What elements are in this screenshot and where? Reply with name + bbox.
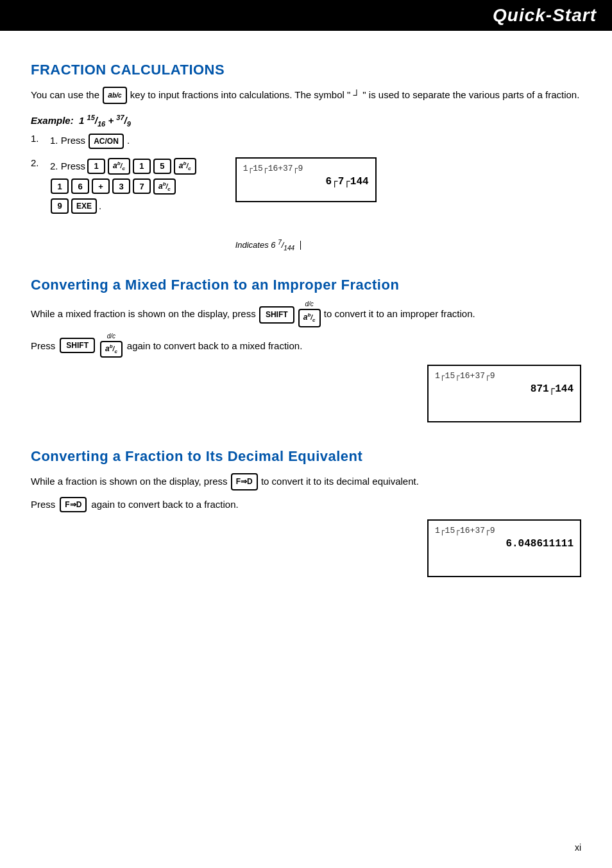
step1-num: 1.	[31, 133, 50, 144]
display-box-2: 1┌15┌16+37┌9 871┌144	[427, 365, 581, 422]
step2-row2: 1 6 + 3 7 ab/c	[50, 178, 197, 195]
abc-key-inline: ab/c	[103, 87, 126, 104]
step1: 1. 1. Press AC/ON .	[31, 133, 581, 150]
step2: 2. 2. Press 1 ab/c 1 5 ab/c 1 6	[31, 157, 581, 251]
key-5: 5	[153, 159, 171, 174]
display-box-1: 1┌15┌16+37┌9 6┌7┌144	[235, 157, 377, 202]
step2-row3: 9 EXE .	[50, 198, 197, 214]
mixed-section: Converting a Mixed Fraction to an Improp…	[31, 277, 581, 422]
decimal-display-area: 1┌15┌16+37┌9 6.048611111	[31, 519, 581, 577]
step2-num: 2.	[31, 157, 50, 168]
display-box-3: 1┌15┌16+37┌9 6.048611111	[427, 519, 581, 577]
step2-content: 2. Press 1 ab/c 1 5 ab/c 1 6 + 3 7 ab/c	[50, 157, 377, 251]
page-number: xi	[575, 842, 581, 853]
indicates-area: Indicates 6 7/144	[235, 206, 377, 251]
step2-keys: 2. Press 1 ab/c 1 5 ab/c 1 6 + 3 7 ab/c	[50, 157, 197, 214]
mixed-section-title: Converting a Mixed Fraction to an Improp…	[31, 277, 581, 293]
key-abc3: ab/c	[153, 178, 176, 195]
key-abc1: ab/c	[108, 158, 130, 174]
shift-key-2: SHIFT	[60, 338, 95, 353]
ac-on-key: AC/ON	[89, 134, 124, 149]
indicates-text: Indicates 6 7/144	[235, 238, 301, 251]
decimal-section-title: Converting a Fraction to Its Decimal Equ…	[31, 448, 581, 465]
display-top-2: 1┌15┌16+37┌9	[435, 371, 574, 381]
abc-key-dc2: d/c ab/c	[99, 333, 123, 358]
decimal-section: Converting a Fraction to Its Decimal Equ…	[31, 448, 581, 577]
decimal-body: While a fraction is shown on the display…	[31, 473, 581, 491]
display-area-1: 1┌15┌16+37┌9 6┌7┌144 Indicates 6 7/144	[235, 157, 377, 251]
key-plus: +	[92, 178, 110, 194]
fwd-key-1: F⇒D	[231, 473, 258, 490]
decimal-press-line: Press F⇒D again to convert back to a fra…	[31, 496, 581, 513]
display-result-3: 6.048611111	[435, 538, 574, 550]
display-top-1: 1┌15┌16+37┌9	[243, 164, 369, 173]
mixed-body: While a mixed fraction is shown on the d…	[31, 301, 581, 328]
mixed-press-line: Press SHIFT d/c ab/c again to convert ba…	[31, 333, 581, 358]
display-result-1: 6┌7┌144	[243, 176, 369, 187]
page-header: Quick-Start	[0, 0, 612, 31]
shift-key-1: SHIFT	[259, 306, 294, 324]
key-3: 3	[112, 178, 130, 194]
key-1a: 1	[87, 159, 105, 174]
key-9: 9	[51, 198, 69, 214]
display-top-3: 1┌15┌16+37┌9	[435, 526, 574, 535]
key-1b: 1	[133, 159, 151, 174]
fraction-intro: You can use the ab/c key to input fracti…	[31, 86, 581, 105]
example-label: Example: 1 15/16 + 37/9	[31, 114, 581, 128]
abc-key-dc1: d/c ab/c	[298, 301, 321, 328]
fwd-key-2: F⇒D	[60, 497, 87, 512]
fraction-section-title: FRACTION CALCULATIONS	[31, 62, 581, 78]
key-exe: EXE	[71, 198, 97, 214]
step1-text: 1. Press AC/ON .	[50, 133, 130, 150]
key-6: 6	[71, 178, 89, 194]
key-1c: 1	[51, 178, 69, 194]
mixed-display-area: 1┌15┌16+37┌9 871┌144	[31, 365, 581, 422]
header-title: Quick-Start	[493, 5, 597, 25]
display-result-2: 871┌144	[435, 383, 574, 395]
key-abc2: ab/c	[174, 158, 196, 174]
key-7: 7	[133, 178, 151, 194]
step2-row1: 2. Press 1 ab/c 1 5 ab/c	[50, 157, 197, 175]
